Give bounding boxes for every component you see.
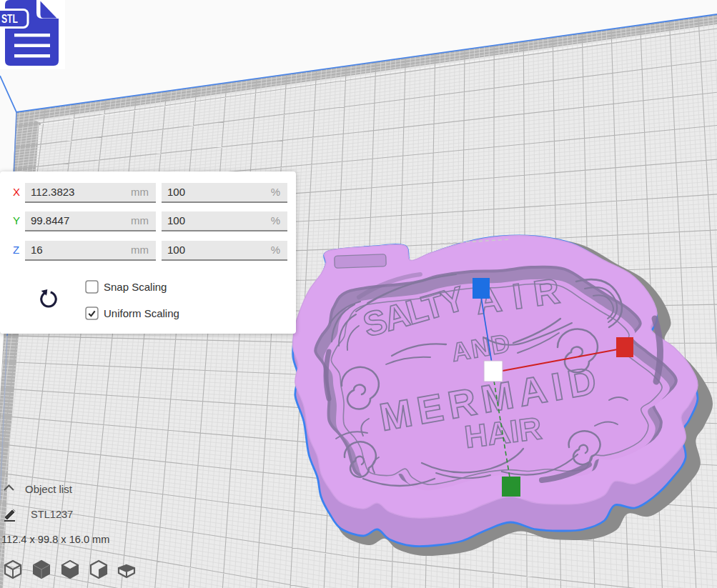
svg-text:STL: STL <box>1 13 18 25</box>
